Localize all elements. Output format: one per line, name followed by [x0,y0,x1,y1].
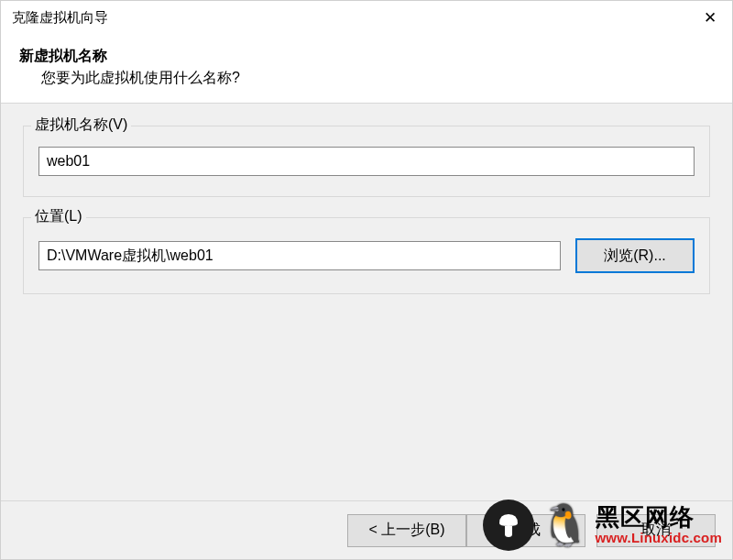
vm-name-group: 虚拟机名称(V) [23,126,710,197]
location-row: 浏览(R)... [38,238,695,273]
header-subtitle: 您要为此虚拟机使用什么名称? [19,69,714,88]
wizard-footer: < 上一步(B) 完成 取消 [1,500,732,559]
vm-name-label: 虚拟机名称(V) [31,115,131,135]
titlebar: 克隆虚拟机向导 ✕ [1,1,732,34]
location-input[interactable] [38,241,561,270]
window-title: 克隆虚拟机向导 [12,9,108,27]
location-group: 位置(L) 浏览(R)... [23,217,710,294]
wizard-window: 克隆虚拟机向导 ✕ 新虚拟机名称 您要为此虚拟机使用什么名称? 虚拟机名称(V)… [0,0,733,560]
back-button[interactable]: < 上一步(B) [347,514,466,547]
cancel-button[interactable]: 取消 [596,514,716,547]
vm-name-input[interactable] [38,147,695,176]
header-title: 新虚拟机名称 [19,47,714,66]
wizard-header: 新虚拟机名称 您要为此虚拟机使用什么名称? [1,34,732,104]
browse-button[interactable]: 浏览(R)... [575,238,695,273]
finish-button[interactable]: 完成 [466,514,585,547]
close-icon[interactable]: ✕ [695,3,725,32]
content-area: 虚拟机名称(V) 位置(L) 浏览(R)... [1,104,732,500]
location-label: 位置(L) [31,207,86,226]
